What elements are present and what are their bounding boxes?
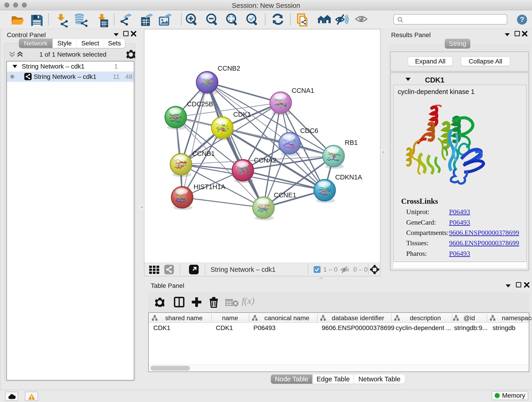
svg-text:CCNB1: CCNB1 [192, 150, 215, 157]
svg-text:CDC25B: CDC25B [187, 100, 213, 108]
svg-text:CDK1: CDK1 [233, 111, 251, 118]
svg-text:CCNE1: CCNE1 [274, 191, 296, 199]
svg-text:HIST1H1A: HIST1H1A [194, 183, 225, 191]
svg-text:CCNA2: CCNA2 [254, 157, 276, 164]
svg-text:CCNB2: CCNB2 [218, 65, 240, 72]
svg-text:CCNA1: CCNA1 [292, 87, 314, 94]
svg-text:RB1: RB1 [345, 139, 358, 146]
svg-text:CDKN1A: CDKN1A [335, 173, 362, 181]
svg-text:?: ? [520, 15, 525, 24]
svg-text:CDC6: CDC6 [300, 127, 318, 134]
